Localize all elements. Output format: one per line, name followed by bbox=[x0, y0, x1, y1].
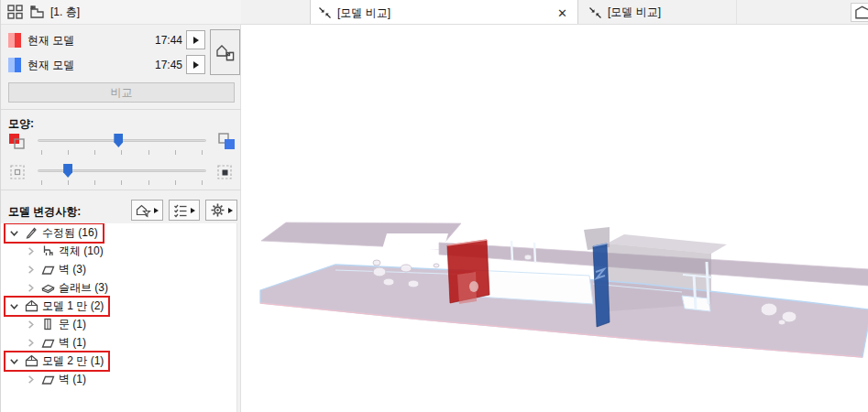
tree-item-label: 벽 (3) bbox=[59, 262, 86, 277]
red-fill-square-icon bbox=[8, 132, 28, 152]
chevron-down-icon[interactable] bbox=[7, 228, 20, 238]
tree-item-label: 슬래브 (3) bbox=[59, 280, 108, 296]
red-wall bbox=[447, 240, 489, 304]
changes-toolbar bbox=[131, 200, 237, 221]
tree-item-8[interactable]: 벽 (1) bbox=[1, 370, 236, 388]
fit-arrows-icon bbox=[318, 6, 332, 19]
transparency-slider-track[interactable] bbox=[38, 162, 206, 186]
view-tabbar: [모델 비교] ✕ [모델 비교] bbox=[241, 0, 868, 25]
chevron-right-icon[interactable] bbox=[24, 374, 37, 385]
model-changes-tree: 수정됨 (16)객체 (10)벽 (3)슬래브 (3)모델 1 만 (2)문 (… bbox=[1, 223, 237, 412]
model1-name: 현재 모델 bbox=[27, 33, 149, 49]
chevron-right-icon[interactable] bbox=[24, 320, 37, 330]
slider-ticks bbox=[41, 150, 203, 155]
model2-color-swatch bbox=[8, 58, 21, 72]
wall-icon bbox=[40, 264, 55, 276]
3d-viewport[interactable] bbox=[241, 25, 868, 412]
tree-item-3[interactable]: 슬래브 (3) bbox=[1, 278, 236, 297]
dropdown-arrow-icon bbox=[154, 208, 159, 213]
object-icon bbox=[40, 244, 55, 257]
3d-model-scene bbox=[241, 25, 868, 412]
tree-item-label: 벽 (1) bbox=[59, 335, 86, 351]
tree-item-label: 수정됨 (16) bbox=[42, 225, 98, 241]
transparency-slider-handle[interactable] bbox=[63, 164, 72, 178]
swap-models-button[interactable] bbox=[210, 29, 240, 75]
model1-color-swatch bbox=[8, 33, 21, 48]
close-icon[interactable]: ✕ bbox=[555, 6, 570, 20]
house-icon bbox=[24, 354, 38, 367]
pencil-icon bbox=[24, 226, 38, 239]
layout-grid-icon[interactable] bbox=[7, 5, 24, 19]
divider bbox=[1, 190, 241, 190]
model-row-1: 현재 모델 17:44 bbox=[8, 30, 182, 50]
chevron-right-icon[interactable] bbox=[24, 338, 37, 348]
model2-name: 현재 모델 bbox=[27, 58, 149, 73]
settings-button[interactable] bbox=[205, 200, 237, 221]
model1-source-menu-button[interactable] bbox=[186, 30, 205, 49]
tree-item-7[interactable]: 모델 2 만 (1) bbox=[1, 352, 236, 370]
checklist-icon bbox=[173, 203, 188, 218]
story-tab-label[interactable]: [1. 층] bbox=[50, 5, 80, 20]
slider-track bbox=[38, 169, 206, 172]
color-slider-track[interactable] bbox=[38, 132, 206, 156]
tree-item-label: 문 (1) bbox=[59, 317, 86, 332]
viewport-area: [모델 비교] ✕ [모델 비교] bbox=[241, 0, 868, 412]
wall-icon bbox=[40, 337, 55, 349]
tree-item-label: 벽 (1) bbox=[59, 372, 86, 387]
filter-elements-button[interactable] bbox=[131, 200, 163, 221]
tree-item-4[interactable]: 모델 1 만 (2) bbox=[1, 297, 236, 315]
tab-label: [모델 비교] bbox=[337, 5, 390, 21]
changes-section-label: 모델 변경사항: bbox=[8, 204, 81, 220]
model2-time: 17:45 bbox=[149, 59, 182, 71]
transparency-slider-row bbox=[8, 162, 236, 186]
clipped-view-icon[interactable] bbox=[851, 3, 868, 22]
tree-item-1[interactable]: 객체 (10) bbox=[1, 242, 236, 260]
tree-item-2[interactable]: 벽 (3) bbox=[1, 260, 236, 278]
criteria-list-button[interactable] bbox=[169, 200, 200, 221]
model-compare-sidebar: [1. 층] 현재 모델 17:44 현재 모델 17:45 bbox=[1, 0, 241, 412]
tree-item-6[interactable]: 벽 (1) bbox=[1, 333, 236, 352]
row-box: 벽 (1) bbox=[20, 369, 93, 390]
model-compare-window: [1. 층] 현재 모델 17:44 현재 모델 17:45 bbox=[0, 0, 868, 412]
chevron-down-icon[interactable] bbox=[7, 301, 20, 311]
navigator-header: [1. 층] bbox=[1, 0, 241, 25]
chevron-right-icon[interactable] bbox=[24, 265, 37, 275]
color-slider-handle[interactable] bbox=[114, 134, 123, 147]
model-copy-icon bbox=[214, 41, 236, 63]
compare-button[interactable]: 비교 bbox=[8, 82, 235, 103]
story-icon[interactable] bbox=[29, 5, 45, 19]
tab-label: [모델 비교] bbox=[608, 5, 661, 20]
tree-item-label: 모델 2 만 (1) bbox=[42, 353, 104, 369]
play-arrow-icon bbox=[193, 37, 199, 44]
tree-item-5[interactable]: 문 (1) bbox=[1, 315, 236, 333]
house-filter-icon bbox=[136, 203, 151, 218]
chevron-right-icon[interactable] bbox=[24, 283, 37, 293]
chevron-right-icon[interactable] bbox=[24, 246, 37, 256]
tab-model-compare-2[interactable]: [모델 비교] bbox=[581, 0, 737, 25]
tree-item-0[interactable]: 수정됨 (16) bbox=[1, 223, 236, 242]
color-intensity-slider-row bbox=[8, 132, 236, 156]
tree-item-label: 객체 (10) bbox=[59, 244, 104, 259]
tree-item-label: 모델 1 만 (2) bbox=[42, 298, 104, 314]
slab-icon bbox=[40, 282, 55, 294]
dropdown-arrow-icon bbox=[191, 208, 195, 213]
gear-icon bbox=[210, 202, 225, 218]
slider-ticks bbox=[41, 180, 203, 185]
wall-icon bbox=[40, 374, 55, 385]
model2-source-menu-button[interactable] bbox=[186, 55, 205, 74]
door-icon bbox=[40, 318, 55, 331]
transparent-square-icon bbox=[8, 162, 28, 182]
blue-fill-square-icon bbox=[215, 132, 236, 152]
divider bbox=[1, 109, 241, 110]
compare-source-rows: 현재 모델 17:44 현재 모델 17:45 bbox=[1, 28, 241, 77]
play-arrow-icon bbox=[193, 61, 199, 69]
solid-square-icon bbox=[215, 162, 236, 182]
dropdown-arrow-icon bbox=[228, 208, 233, 213]
house-icon bbox=[24, 299, 38, 312]
chevron-down-icon[interactable] bbox=[7, 356, 20, 366]
appearance-section-label: 모양: bbox=[8, 116, 34, 132]
fit-arrows-icon bbox=[588, 6, 602, 19]
model1-time: 17:44 bbox=[149, 34, 182, 47]
tab-model-compare-1[interactable]: [모델 비교] ✕ bbox=[310, 0, 578, 25]
model-row-2: 현재 모델 17:45 bbox=[8, 55, 182, 75]
